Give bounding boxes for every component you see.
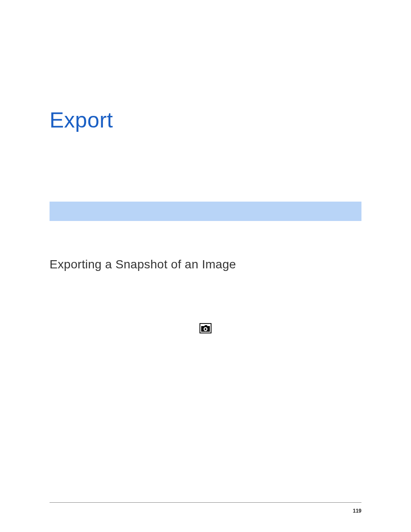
decorative-bar — [50, 202, 361, 221]
section-heading: Exporting a Snapshot of an Image — [50, 258, 361, 271]
page-number: 119 — [353, 508, 361, 514]
icon-row — [50, 323, 361, 333]
footer-divider — [50, 502, 361, 503]
svg-rect-2 — [205, 325, 207, 326]
snapshot-icon — [199, 323, 212, 333]
svg-point-4 — [205, 328, 206, 330]
chapter-title: Export — [50, 108, 361, 133]
page-content: Export Exporting a Snapshot of an Image — [0, 0, 411, 333]
